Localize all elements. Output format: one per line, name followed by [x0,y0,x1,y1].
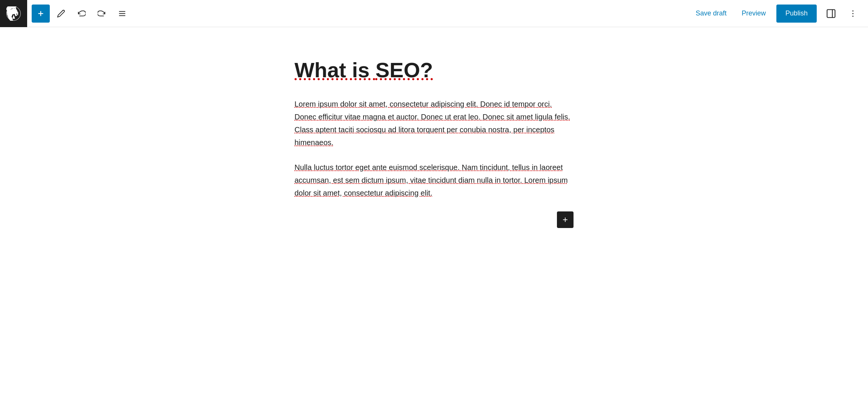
preview-button[interactable]: Preview [737,6,770,20]
svg-point-7 [853,10,854,11]
toolbar-left-buttons [27,5,691,23]
toolbar-right-actions: Save draft Preview Publish [691,5,860,23]
undo-button[interactable] [72,5,90,23]
undo-icon [77,9,86,18]
post-editor: What is SEO? Lorem ipsum dolor sit amet,… [264,27,604,258]
more-options-icon [848,9,857,18]
pencil-icon [57,9,65,18]
post-body: Lorem ipsum dolor sit amet, consectetur … [264,98,604,199]
paragraph-2[interactable]: Nulla luctus tortor eget ante euismod sc… [294,161,574,199]
svg-point-9 [853,15,854,17]
svg-rect-4 [119,15,126,16]
save-draft-button[interactable]: Save draft [691,6,731,20]
sidebar-toggle-button[interactable] [823,5,839,22]
publish-button[interactable]: Publish [776,5,817,23]
more-options-button[interactable] [845,6,860,21]
title-seo: SEO? [376,58,433,82]
svg-rect-3 [119,13,126,14]
sidebar-toggle-icon [826,8,836,19]
wordpress-logo [0,0,27,27]
list-view-button[interactable] [113,5,131,23]
svg-point-8 [853,13,854,14]
redo-button[interactable] [93,5,111,23]
add-block-footer-button[interactable]: + [557,211,574,228]
title-text: What is [294,58,376,82]
paragraph-1[interactable]: Lorem ipsum dolor sit amet, consectetur … [294,98,574,149]
edit-mode-button[interactable] [52,5,70,23]
add-block-footer-icon: + [563,214,568,225]
plus-icon [37,9,45,18]
toolbar: Save draft Preview Publish [0,0,868,27]
svg-rect-5 [827,9,835,17]
redo-icon [98,9,106,18]
wp-logo-icon [6,6,21,21]
post-title[interactable]: What is SEO? [264,57,604,83]
add-block-button[interactable] [32,5,50,23]
svg-rect-2 [119,11,126,12]
list-view-icon [118,9,126,18]
